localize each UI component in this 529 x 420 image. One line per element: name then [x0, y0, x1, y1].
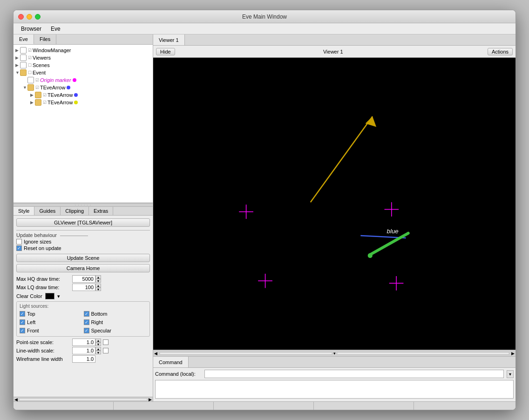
separator — [16, 230, 150, 230]
point-size-down[interactable]: ▼ — [95, 342, 101, 346]
tree-expand-arrow: ▼ — [15, 70, 20, 75]
title-bar: Eve Main Window — [14, 10, 515, 23]
list-item[interactable]: ☑ Origin marker — [14, 76, 153, 84]
color-dot — [73, 78, 76, 82]
list-item[interactable]: ▶ ☑ TEveArrow — [14, 91, 153, 99]
right-checkbox[interactable]: ✓ — [84, 319, 89, 325]
ignore-sizes-checkbox[interactable] — [16, 239, 22, 244]
list-item[interactable]: ▶ ☑ TEveArrow — [14, 99, 153, 106]
tree-label: Event — [33, 70, 46, 75]
point-size-input[interactable] — [72, 339, 95, 346]
scroll-left[interactable]: ◀ — [14, 397, 18, 402]
viewer-panel-title: Viewer 1 — [179, 49, 488, 54]
tab-guides[interactable]: Guides — [34, 207, 61, 215]
viewer-tab-1[interactable]: Viewer 1 — [153, 34, 185, 45]
tab-command[interactable]: Command — [153, 357, 189, 367]
minimize-button[interactable] — [27, 14, 32, 20]
viewer-type-button[interactable]: GLViewer [TGLSAViewer] — [16, 218, 150, 227]
menu-browser[interactable]: Browser — [17, 25, 45, 33]
actions-button[interactable]: Actions — [488, 48, 513, 55]
max-lq-down[interactable]: ▼ — [95, 287, 101, 291]
reset-on-update-checkbox[interactable]: ✓ — [16, 245, 22, 251]
viewport-scroll-right[interactable]: ▶ — [510, 351, 515, 356]
tab-clipping[interactable]: Clipping — [61, 207, 89, 215]
color-dot — [74, 101, 78, 104]
menu-bar: Browser Eve — [14, 23, 515, 34]
tree-label: Origin marker — [40, 77, 71, 83]
left-panel: Eve Files ▶ ☑ WindowManager ▶ ☑ — [14, 34, 153, 401]
viewport-dropdown-arrow[interactable]: ▾ — [333, 351, 336, 356]
page-icon — [27, 77, 34, 83]
horizontal-scrollbar[interactable]: ◀ ▶ — [14, 397, 153, 401]
checkbox-icon: ☑ — [28, 55, 32, 60]
list-item[interactable]: ▶ ☑ WindowManager — [14, 47, 153, 54]
checkbox-icon: ☑ — [35, 85, 39, 90]
reset-on-update-label: Reset on update — [24, 245, 61, 251]
left-checkbox[interactable]: ✓ — [20, 319, 25, 325]
tab-extras[interactable]: Extras — [89, 207, 113, 215]
specular-checkbox[interactable]: ✓ — [84, 328, 89, 333]
tree-expand-arrow: ▶ — [15, 55, 20, 60]
max-lq-up[interactable]: ▲ — [95, 284, 101, 287]
tab-files[interactable]: Files — [34, 34, 56, 44]
top-checkbox[interactable]: ✓ — [20, 311, 25, 317]
menu-eve[interactable]: Eve — [47, 25, 64, 33]
scroll-right[interactable]: ▶ — [149, 397, 152, 402]
viewport-scroll-left[interactable]: ◀ — [153, 351, 158, 356]
clear-color-row: Clear Color ▾ — [16, 293, 150, 299]
line-width-input[interactable] — [72, 347, 95, 354]
window-title: Eve Main Window — [242, 14, 287, 20]
point-size-up[interactable]: ▲ — [95, 339, 101, 342]
max-hq-down[interactable]: ▼ — [95, 279, 101, 283]
tab-eve[interactable]: Eve — [14, 34, 34, 44]
checkbox-icon: ☑ — [43, 93, 47, 97]
list-item[interactable]: ▶ ☑ Viewers — [14, 54, 153, 61]
bottom-checkbox[interactable]: ✓ — [84, 311, 89, 317]
point-size-check[interactable] — [103, 339, 109, 345]
status-bar — [14, 401, 515, 410]
update-behaviour-label: Update behaviour — [16, 232, 150, 238]
viewport-scrollbar[interactable]: ◀ ▾ ▶ — [153, 350, 515, 356]
panel-resizer[interactable]: · · · · · · — [14, 203, 153, 207]
list-item[interactable]: ▼ ☐ Event — [14, 69, 153, 76]
max-lq-input[interactable] — [72, 284, 95, 291]
camera-home-button[interactable]: Camera Home — [16, 264, 150, 272]
command-section: Command Command (local): ▾ — [153, 356, 515, 401]
clear-color-dropdown[interactable]: ▾ — [57, 293, 60, 299]
front-checkbox[interactable]: ✓ — [20, 328, 25, 333]
point-size-row: Point-size scale: ▲ ▼ — [16, 339, 150, 346]
list-item[interactable]: ▼ ☑ TEveArrow — [14, 84, 153, 91]
left-label: Left — [27, 319, 35, 325]
ignore-sizes-row: Ignore sizes — [16, 239, 150, 244]
close-button[interactable] — [18, 14, 24, 20]
command-dropdown-button[interactable]: ▾ — [507, 370, 514, 378]
max-hq-input[interactable] — [72, 275, 95, 283]
line-width-check[interactable] — [103, 348, 109, 353]
command-local-label: Command (local): — [155, 371, 202, 377]
gl-viewport[interactable]: blue ◀ ▾ ▶ — [153, 58, 515, 356]
svg-point-13 — [368, 253, 373, 258]
max-lq-spinner: ▲ ▼ — [95, 284, 101, 291]
hide-button[interactable]: Hide — [156, 48, 175, 55]
tree-view: ▶ ☑ WindowManager ▶ ☑ Viewers ▶ — [14, 45, 153, 203]
max-hq-up[interactable]: ▲ — [95, 275, 101, 279]
line-width-label: Line-width scale: — [16, 348, 72, 353]
line-width-up[interactable]: ▲ — [95, 347, 101, 351]
command-textarea[interactable] — [155, 380, 514, 399]
maximize-button[interactable] — [35, 14, 41, 20]
point-size-spinner: ▲ ▼ — [95, 339, 101, 346]
update-scene-button[interactable]: Update Scene — [16, 254, 150, 262]
line-width-spinner: ▲ ▼ — [95, 347, 101, 354]
checkbox-icon: ☑ — [28, 48, 32, 53]
tree-label: TEveArrow — [47, 100, 73, 105]
viewport-scroll-track-2 — [337, 352, 510, 355]
line-width-down[interactable]: ▼ — [95, 351, 101, 354]
max-hq-spinner: ▲ ▼ — [95, 275, 101, 283]
settings-content: GLViewer [TGLSAViewer] Update behaviour … — [14, 216, 153, 397]
wireframe-input[interactable] — [72, 355, 95, 363]
tab-style[interactable]: Style — [14, 207, 34, 215]
viewport-scroll-track — [159, 352, 332, 355]
clear-color-swatch[interactable] — [45, 293, 54, 299]
command-local-input[interactable] — [204, 370, 504, 378]
list-item[interactable]: ▶ ☐ Scenes — [14, 61, 153, 69]
